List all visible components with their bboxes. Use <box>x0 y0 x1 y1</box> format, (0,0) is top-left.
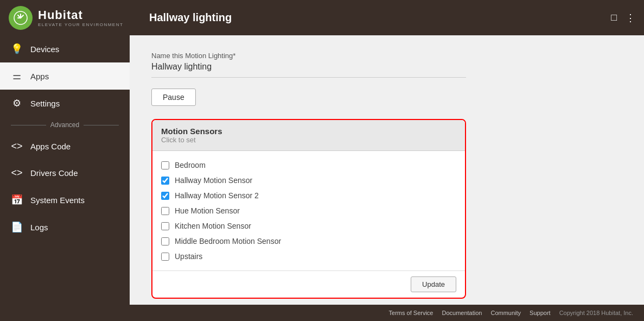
header-icons: □ ⋮ <box>611 12 635 24</box>
advanced-divider: Advanced <box>0 117 130 133</box>
list-item: Middle Bedroom Motion Sensor <box>161 234 456 249</box>
app-header: Hubitat ELEVATE YOUR ENVIRONMENT Hallway… <box>0 0 644 35</box>
sidebar-label-apps-code: Apps Code <box>30 142 71 151</box>
bulb-icon: 💡 <box>11 43 23 55</box>
name-value: Hallway lighting <box>151 62 466 78</box>
sidebar-item-apps[interactable]: ⚌ Apps <box>0 62 130 90</box>
main-content: Name this Motion Lighting* Hallway light… <box>130 35 644 305</box>
motion-sensor-footer: Update <box>152 270 465 298</box>
main-layout: 💡 Devices ⚌ Apps ⚙ Settings Advanced <> … <box>0 35 644 305</box>
pause-button[interactable]: Pause <box>151 89 196 106</box>
sidebar-item-devices[interactable]: 💡 Devices <box>0 35 130 62</box>
sidebar: 💡 Devices ⚌ Apps ⚙ Settings Advanced <> … <box>0 35 130 305</box>
update-button[interactable]: Update <box>411 276 456 292</box>
checkbox-middle-bedroom[interactable] <box>161 237 169 246</box>
sidebar-item-settings[interactable]: ⚙ Settings <box>0 90 130 117</box>
checkbox-hue-motion[interactable] <box>161 207 169 215</box>
sensor-label-hue-motion: Hue Motion Sensor <box>175 206 240 215</box>
checkbox-upstairs[interactable] <box>161 253 169 261</box>
sidebar-label-apps: Apps <box>30 72 49 81</box>
sidebar-label-devices: Devices <box>30 45 59 54</box>
logo-icon <box>9 6 33 30</box>
motion-sensor-subtitle: Click to set <box>161 136 456 144</box>
sensor-label-hallway-motion-2: Hallway Motion Sensor 2 <box>175 191 259 200</box>
page-title: Hallway lighting <box>138 11 611 24</box>
sensor-label-kitchen-motion: Kitchen Motion Sensor <box>175 222 251 230</box>
menu-icon[interactable]: ⋮ <box>626 12 635 24</box>
calendar-icon: 📅 <box>11 194 23 206</box>
motion-sensor-title: Motion Sensors <box>161 127 456 136</box>
list-item: Upstairs <box>161 249 456 264</box>
logs-icon: 📄 <box>11 221 23 233</box>
logo-brand: Hubitat <box>38 8 123 22</box>
divider-right <box>84 125 119 125</box>
sidebar-item-system-events[interactable]: 📅 System Events <box>0 186 130 213</box>
sidebar-label-logs: Logs <box>30 223 48 232</box>
sensor-label-bedroom: Bedroom <box>175 161 206 169</box>
list-item: Hallway Motion Sensor 2 <box>161 188 456 203</box>
logo-text: Hubitat ELEVATE YOUR ENVIRONMENT <box>38 8 123 27</box>
list-item: Hue Motion Sensor <box>161 203 456 218</box>
code-icon-drivers: <> <box>11 167 23 179</box>
list-item: Kitchen Motion Sensor <box>161 218 456 234</box>
footer-terms[interactable]: Terms of Service <box>389 310 433 316</box>
apps-icon: ⚌ <box>11 70 23 82</box>
logo-area: Hubitat ELEVATE YOUR ENVIRONMENT <box>9 6 138 30</box>
sensor-label-middle-bedroom: Middle Bedroom Motion Sensor <box>175 237 281 246</box>
motion-sensor-box: Motion Sensors Click to set BedroomHallw… <box>151 119 466 299</box>
sidebar-label-system-events: System Events <box>30 196 85 205</box>
list-item: Bedroom <box>161 158 456 173</box>
list-item: Hallway Motion Sensor <box>161 173 456 188</box>
sidebar-label-drivers-code: Drivers Code <box>30 168 78 178</box>
name-label: Name this Motion Lighting* <box>151 52 622 60</box>
footer-support[interactable]: Support <box>530 310 551 316</box>
advanced-label: Advanced <box>50 121 79 129</box>
footer-docs[interactable]: Documentation <box>442 310 482 316</box>
settings-icon: ⚙ <box>11 97 23 109</box>
checkbox-bedroom[interactable] <box>161 161 169 169</box>
sensor-label-hallway-motion: Hallway Motion Sensor <box>175 176 252 185</box>
checkbox-hallway-motion-2[interactable] <box>161 192 169 200</box>
sidebar-item-drivers-code[interactable]: <> Drivers Code <box>0 160 130 186</box>
motion-sensor-header: Motion Sensors Click to set <box>152 120 465 151</box>
logo-tagline: ELEVATE YOUR ENVIRONMENT <box>38 22 123 27</box>
footer-copyright: Copyright 2018 Hubitat, Inc. <box>559 310 633 316</box>
sidebar-item-apps-code[interactable]: <> Apps Code <box>0 133 130 160</box>
checkbox-hallway-motion[interactable] <box>161 177 169 185</box>
divider-left <box>11 125 46 125</box>
sensor-label-upstairs: Upstairs <box>175 252 202 261</box>
footer-community[interactable]: Community <box>490 310 521 316</box>
chat-icon[interactable]: □ <box>611 12 617 23</box>
sidebar-label-settings: Settings <box>30 99 60 108</box>
app-footer: Terms of Service Documentation Community… <box>0 305 644 321</box>
checkbox-kitchen-motion[interactable] <box>161 222 169 230</box>
code-icon-apps: <> <box>11 141 23 152</box>
sidebar-item-logs[interactable]: 📄 Logs <box>0 213 130 241</box>
motion-sensor-list: BedroomHallway Motion SensorHallway Moti… <box>152 151 465 270</box>
